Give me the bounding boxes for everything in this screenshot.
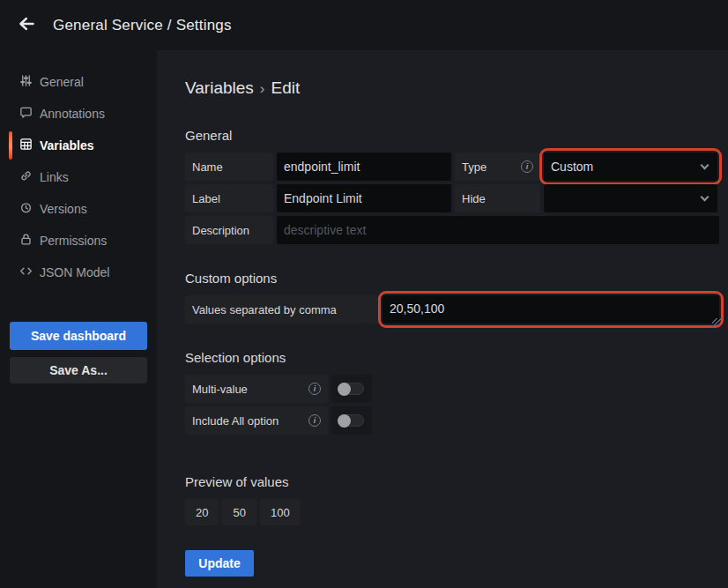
type-label: Type i [455, 153, 540, 181]
page-title: General Service / Settings [53, 17, 232, 34]
sidebar-item-variables[interactable]: Variables [0, 130, 157, 161]
values-input[interactable]: 20,50,100 [383, 295, 719, 324]
settings-sidebar: General Annotations Variables Links Vers… [0, 50, 157, 588]
sidebar-item-annotations[interactable]: Annotations [0, 98, 157, 130]
sidebar-item-label: Variables [40, 138, 94, 153]
update-button[interactable]: Update [185, 550, 254, 577]
label-input[interactable] [277, 184, 451, 212]
include-all-label: Include All option i [185, 406, 328, 435]
preview-value-chip: 20 [185, 499, 219, 525]
name-type-row: Name Type i Custom [185, 153, 719, 181]
values-separated-label: Values separated by comma [185, 295, 379, 324]
lock-icon [19, 233, 33, 249]
code-icon [19, 264, 33, 280]
hide-select[interactable] [544, 184, 717, 212]
sidebar-item-label: JSON Model [40, 265, 109, 279]
back-button[interactable] [12, 11, 42, 41]
include-all-row: Include All option i [185, 406, 719, 435]
info-icon[interactable]: i [308, 414, 321, 427]
chevron-down-icon [701, 193, 709, 202]
sidebar-item-label: Permissions [40, 234, 107, 248]
sidebar-item-label: Links [40, 170, 69, 184]
history-icon [19, 201, 33, 217]
sidebar-item-permissions[interactable]: Permissions [0, 225, 157, 257]
description-input[interactable] [277, 216, 719, 244]
sidebar-item-versions[interactable]: Versions [0, 193, 157, 225]
name-label: Name [185, 153, 273, 181]
grid-icon [19, 138, 33, 153]
breadcrumb: Variables›Edit [185, 78, 719, 100]
preview-values: 20 50 100 [185, 499, 719, 525]
type-select[interactable]: Custom [544, 153, 717, 181]
variables-edit-panel: Variables›Edit General Name Type i Custo… [157, 50, 728, 588]
breadcrumb-variables-link[interactable]: Variables [185, 78, 254, 97]
multi-value-label: Multi-value i [185, 375, 328, 403]
toggle-knob [338, 383, 351, 396]
hide-label: Hide [455, 184, 540, 212]
breadcrumb-separator: › [260, 80, 265, 97]
description-label: Description [185, 216, 273, 244]
sidebar-item-label: Versions [40, 202, 87, 216]
type-select-highlight: Custom [539, 148, 722, 185]
toggle-knob [338, 414, 351, 428]
sliders-icon [19, 74, 33, 90]
page-header: General Service / Settings [0, 0, 728, 50]
breadcrumb-page: Edit [271, 78, 300, 97]
name-input[interactable] [277, 153, 451, 181]
comment-icon [19, 106, 33, 122]
label-hide-row: Label Hide [185, 184, 719, 212]
save-as-button[interactable]: Save As... [10, 357, 147, 383]
label-label: Label [185, 184, 273, 212]
preview-value-chip: 50 [222, 499, 256, 525]
sidebar-item-links[interactable]: Links [0, 161, 157, 193]
multi-value-toggle[interactable] [331, 375, 372, 403]
custom-options-heading: Custom options [185, 271, 719, 287]
info-icon[interactable]: i [521, 160, 533, 173]
multi-value-row: Multi-value i [185, 375, 719, 403]
save-dashboard-button[interactable]: Save dashboard [10, 322, 147, 350]
chevron-down-icon [701, 161, 709, 170]
values-input-highlight: 20,50,100 [378, 291, 724, 328]
description-row: Description [185, 216, 719, 244]
preview-value-chip: 100 [260, 499, 301, 525]
preview-heading: Preview of values [185, 474, 719, 490]
link-icon [19, 169, 33, 185]
include-all-toggle[interactable] [331, 406, 372, 435]
sidebar-item-label: Annotations [40, 107, 105, 121]
selection-options-heading: Selection options [185, 350, 719, 366]
sidebar-buttons: Save dashboard Save As... [0, 322, 157, 383]
sidebar-item-general[interactable]: General [0, 66, 157, 98]
general-section-heading: General [185, 128, 719, 144]
arrow-left-icon [17, 13, 38, 37]
sidebar-item-json-model[interactable]: JSON Model [0, 257, 157, 288]
info-icon[interactable]: i [308, 383, 321, 395]
custom-values-row: Values separated by comma 20,50,100 [185, 295, 719, 324]
sidebar-item-label: General [40, 75, 84, 89]
